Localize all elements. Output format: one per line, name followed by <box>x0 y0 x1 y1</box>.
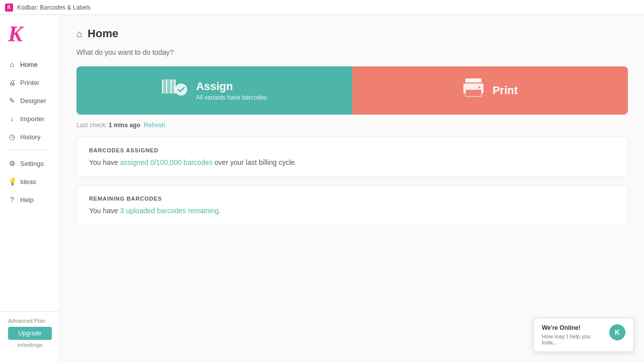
home-icon: ⌂ <box>8 60 16 68</box>
barcodes-assigned-prefix: You have <box>89 158 118 166</box>
page-subtitle: What do you want to do today? <box>76 48 628 56</box>
barcodes-assigned-title: BARCODES ASSIGNED <box>89 147 615 153</box>
brand-logo: K <box>8 23 52 45</box>
remaining-barcodes-text: You have 3 uploaded barcodes remaining. <box>89 207 615 215</box>
upgrade-button[interactable]: Upgrade <box>8 327 52 340</box>
history-icon: ◷ <box>8 133 16 141</box>
assign-card-title: Assign <box>196 80 267 93</box>
svg-rect-4 <box>170 79 172 94</box>
assign-icon <box>162 78 188 103</box>
app-title: Kodbar: Barcodes & Labels <box>17 4 91 11</box>
app-container: K ⌂ Home 🖨 Printer ✎ Designer ↓ Importer… <box>0 15 644 362</box>
main-content: ⌂ Home What do you want to do today? <box>60 15 644 362</box>
sidebar-item-printer-label: Printer <box>20 79 39 86</box>
help-icon: ? <box>8 196 16 204</box>
top-bar: K Kodbar: Barcodes & Labels <box>0 0 644 15</box>
sidebar-item-ideas[interactable]: 💡 Ideas <box>0 172 60 191</box>
sidebar-item-designer[interactable]: ✎ Designer <box>0 92 60 110</box>
sidebar-item-designer-label: Designer <box>20 97 46 105</box>
chat-widget[interactable]: K We're Online! How may I help you toda.… <box>533 318 634 352</box>
sidebar-item-history-label: History <box>20 133 40 141</box>
remaining-barcodes-highlight: 3 uploaded barcodes remaining. <box>120 207 221 215</box>
page-title: Home <box>88 27 118 40</box>
svg-rect-2 <box>166 79 168 94</box>
ideas-icon: 💡 <box>8 177 16 186</box>
sidebar-item-help-label: Help <box>20 196 34 204</box>
chat-avatar: K <box>609 324 625 340</box>
sidebar-item-history[interactable]: ◷ History <box>0 128 60 146</box>
page-header: ⌂ Home <box>76 27 628 40</box>
last-check: Last check: 1 mins ago Refresh <box>76 122 628 129</box>
settings-icon: ⚙ <box>8 159 16 167</box>
settings-link[interactable]: in/settings <box>8 342 52 348</box>
assign-card[interactable]: Assign All variants have barcodes <box>76 66 352 115</box>
sidebar-bottom: Advanced Plan Upgrade in/settings <box>0 311 60 354</box>
svg-rect-3 <box>169 79 170 94</box>
svg-point-12 <box>478 86 480 88</box>
svg-rect-8 <box>465 78 481 82</box>
sidebar-divider <box>8 150 52 150</box>
printer-icon: 🖨 <box>8 78 16 86</box>
refresh-link[interactable]: Refresh <box>144 122 165 129</box>
svg-rect-6 <box>174 79 176 94</box>
last-check-prefix: Last check: <box>76 122 107 129</box>
plan-label: Advanced Plan <box>8 318 52 324</box>
barcodes-assigned-highlight: assigned 0/100,000 barcodes <box>120 158 213 166</box>
page-home-icon: ⌂ <box>76 28 83 40</box>
designer-icon: ✎ <box>8 97 16 105</box>
svg-rect-10 <box>465 89 481 97</box>
sidebar-item-importer[interactable]: ↓ Importer <box>0 110 60 128</box>
barcodes-assigned-section: BARCODES ASSIGNED You have assigned 0/10… <box>76 137 628 177</box>
sidebar-item-home[interactable]: ⌂ Home <box>0 55 60 73</box>
sidebar: K ⌂ Home 🖨 Printer ✎ Designer ↓ Importer… <box>0 15 60 362</box>
sidebar-item-ideas-label: Ideas <box>20 178 36 186</box>
sidebar-item-importer-label: Importer <box>20 115 44 123</box>
remaining-barcodes-title: REMAINING BARCODES <box>89 196 615 202</box>
sidebar-logo: K <box>0 23 60 55</box>
app-logo: K <box>5 4 13 12</box>
action-cards: Assign All variants have barcodes P <box>76 66 628 115</box>
sidebar-item-settings-label: Settings <box>20 160 44 167</box>
remaining-barcodes-section: REMAINING BARCODES You have 3 uploaded b… <box>76 185 628 225</box>
assign-card-subtitle: All variants have barcodes <box>196 94 267 101</box>
svg-point-7 <box>175 83 187 96</box>
svg-rect-1 <box>165 79 166 94</box>
sidebar-nav: ⌂ Home 🖨 Printer ✎ Designer ↓ Importer ◷… <box>0 55 60 311</box>
svg-rect-5 <box>173 79 174 94</box>
svg-rect-0 <box>162 79 164 94</box>
assign-card-text: Assign All variants have barcodes <box>196 80 267 101</box>
sidebar-item-settings[interactable]: ⚙ Settings <box>0 154 60 172</box>
last-check-time: 1 mins ago <box>109 122 140 129</box>
barcodes-assigned-suffix: over your last billing cycle. <box>214 158 296 166</box>
sidebar-item-help[interactable]: ? Help <box>0 191 60 209</box>
sidebar-item-home-label: Home <box>20 61 38 68</box>
remaining-barcodes-prefix: You have <box>89 207 118 215</box>
print-card[interactable]: Print <box>352 66 628 115</box>
print-icon <box>462 78 485 103</box>
sidebar-item-printer[interactable]: 🖨 Printer <box>0 73 60 92</box>
print-card-text: Print <box>493 84 518 97</box>
importer-icon: ↓ <box>8 115 16 123</box>
print-card-title: Print <box>493 84 518 97</box>
barcodes-assigned-text: You have assigned 0/100,000 barcodes ove… <box>89 158 615 166</box>
